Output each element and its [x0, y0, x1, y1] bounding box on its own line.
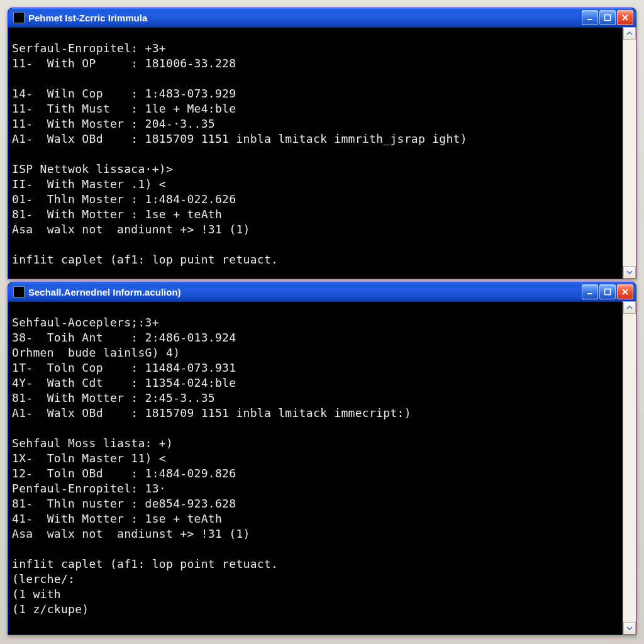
svg-rect-2 — [587, 293, 592, 294]
console-window-1: Pehmet Ist-Zcrric Irimmula Serfaul-Enrop… — [8, 8, 636, 279]
close-button[interactable] — [617, 284, 633, 299]
vertical-scrollbar-1[interactable] — [623, 27, 636, 279]
svg-rect-0 — [587, 19, 592, 20]
minimize-button[interactable] — [582, 10, 598, 25]
app-icon — [13, 286, 25, 297]
titlebar-1[interactable]: Pehmet Ist-Zcrric Irimmula — [8, 8, 636, 28]
chevron-down-icon — [626, 269, 633, 275]
window-controls-1 — [582, 10, 633, 25]
window-controls-2 — [582, 284, 633, 299]
minimize-button[interactable] — [582, 284, 598, 299]
chevron-down-icon — [626, 625, 633, 631]
scroll-track[interactable] — [623, 40, 636, 266]
minimize-icon — [586, 14, 594, 21]
close-icon — [621, 288, 629, 296]
maximize-button[interactable] — [599, 10, 616, 25]
console-output-1[interactable]: Serfaul-Enropitel: +3+ 11- With OP : 181… — [8, 38, 623, 267]
console-output-2[interactable]: Sehfaul-Aoceplers;:3+ 38- Toih Ant : 2:4… — [8, 313, 623, 623]
scroll-down-button[interactable] — [623, 266, 636, 279]
client-area-2: Sehfaul-Aoceplers;:3+ 38- Toih Ant : 2:4… — [8, 301, 636, 635]
scroll-track[interactable] — [623, 314, 636, 622]
svg-rect-1 — [605, 15, 611, 21]
scroll-up-button[interactable] — [623, 301, 636, 314]
close-icon — [621, 14, 629, 21]
maximize-icon — [604, 14, 611, 21]
console-window-2: Sechall.Aernednel Inform.aculion) Sehfau… — [8, 282, 636, 635]
app-icon — [13, 12, 25, 23]
maximize-button[interactable] — [599, 284, 616, 299]
chevron-up-icon — [626, 304, 633, 311]
vertical-scrollbar-2[interactable] — [623, 301, 636, 635]
window-title-2: Sechall.Aernednel Inform.aculion) — [28, 287, 582, 297]
svg-rect-3 — [605, 289, 611, 295]
maximize-icon — [604, 288, 611, 296]
scroll-down-button[interactable] — [623, 622, 636, 635]
close-button[interactable] — [617, 10, 633, 25]
client-area-1: Serfaul-Enropitel: +3+ 11- With OP : 181… — [8, 27, 636, 279]
window-title-1: Pehmet Ist-Zcrric Irimmula — [28, 13, 582, 23]
scroll-up-button[interactable] — [623, 27, 636, 40]
desktop: Pehmet Ist-Zcrric Irimmula Serfaul-Enrop… — [0, 0, 644, 644]
minimize-icon — [586, 288, 594, 296]
titlebar-2[interactable]: Sechall.Aernednel Inform.aculion) — [8, 282, 636, 302]
chevron-up-icon — [626, 30, 633, 36]
